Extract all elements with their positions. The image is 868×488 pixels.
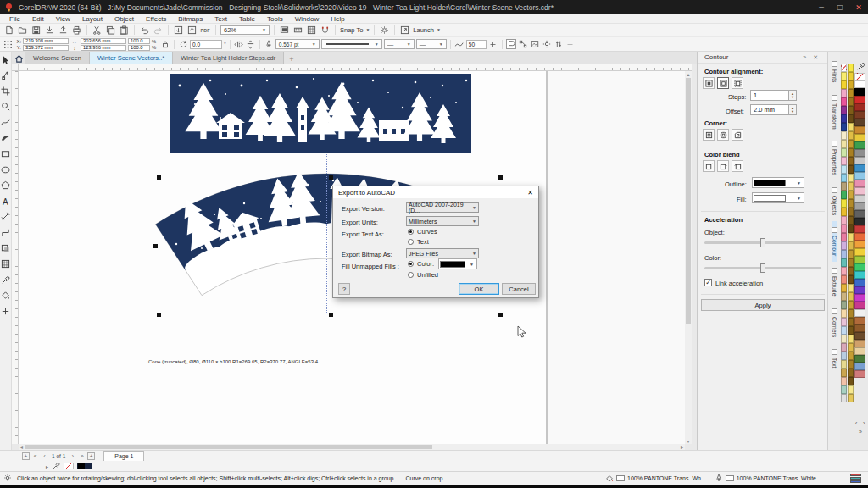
color-swatch[interactable] [841, 165, 847, 174]
horizontal-scrollbar[interactable]: ◂ ▸ [19, 444, 685, 450]
ellipse-tool[interactable] [1, 164, 11, 175]
color-swatch[interactable] [848, 80, 854, 89]
color-swatch[interactable] [841, 275, 847, 284]
color-swatch[interactable] [854, 195, 865, 202]
color-swatch[interactable] [841, 106, 847, 114]
freehand-tool[interactable] [1, 117, 11, 127]
cancel-button[interactable]: Cancel [502, 283, 536, 295]
polygon-tool[interactable] [1, 180, 11, 191]
color-swatch[interactable] [848, 89, 854, 97]
counterclockwise-blend-button[interactable] [732, 160, 743, 172]
color-swatch[interactable] [841, 241, 847, 250]
color-swatch[interactable] [848, 258, 854, 267]
new-document-icon[interactable] [3, 25, 14, 36]
docker-collapse-icon[interactable]: » ✕ [803, 54, 821, 61]
color-swatch[interactable] [854, 248, 865, 256]
color-swatch[interactable] [848, 309, 854, 318]
handles-icon[interactable] [554, 39, 564, 49]
color-accel-slider[interactable] [704, 267, 821, 269]
outside-contour-button[interactable] [732, 77, 743, 89]
shape-tool[interactable] [1, 70, 11, 80]
color-swatch[interactable] [841, 377, 847, 385]
horizontal-guideline[interactable] [25, 313, 685, 313]
palette-scroll-right-icon[interactable]: › [863, 420, 865, 426]
mirror-vertical-icon[interactable] [246, 39, 256, 49]
color-swatch[interactable] [841, 216, 847, 225]
x-position-field[interactable]: 219.308 mm [23, 38, 69, 44]
color-swatch[interactable] [854, 164, 865, 172]
offset-spinner[interactable]: ▲▼ [789, 104, 797, 115]
scale-h-field[interactable]: 100.0 [128, 38, 150, 44]
color-swatch[interactable] [848, 199, 854, 208]
color-swatch[interactable] [854, 157, 865, 164]
text-wrap-icon[interactable] [506, 39, 516, 49]
color-swatch[interactable] [854, 225, 865, 233]
color-swatch[interactable] [848, 131, 854, 140]
connector-tool[interactable] [1, 228, 11, 238]
color-swatch[interactable] [841, 80, 847, 89]
effects-icon[interactable] [542, 39, 552, 49]
zoom-level-combo[interactable]: 62%▼ [220, 25, 270, 35]
copy-icon[interactable] [105, 25, 116, 36]
color-swatch[interactable] [841, 284, 847, 292]
snap-guides-icon[interactable] [320, 25, 331, 36]
color-swatch[interactable] [848, 165, 854, 174]
object-accel-slider[interactable] [704, 241, 821, 244]
options-gear-icon[interactable] [379, 25, 390, 36]
selection-handle[interactable] [329, 313, 333, 317]
publish-icon[interactable] [186, 25, 198, 36]
page-1-tab[interactable]: Page 1 [103, 451, 144, 461]
palette-expand-icon[interactable]: » [859, 429, 862, 435]
color-swatch[interactable] [841, 131, 847, 140]
add-icon[interactable] [488, 39, 498, 49]
last-page-icon[interactable]: » [78, 453, 86, 459]
color-swatch[interactable] [848, 275, 854, 284]
redo-icon[interactable] [153, 25, 164, 36]
color-swatch[interactable] [848, 225, 854, 233]
color-swatch[interactable] [854, 363, 865, 370]
ok-button[interactable]: OK [459, 283, 499, 295]
color-swatch[interactable] [848, 292, 854, 301]
color-swatch[interactable] [841, 225, 847, 233]
color-swatch[interactable] [854, 80, 865, 88]
menu-effects[interactable]: Effects [140, 15, 172, 23]
color-swatch[interactable] [854, 294, 865, 302]
minimize-button[interactable]: ─ [812, 0, 831, 14]
color-swatch[interactable] [854, 271, 865, 279]
import-icon[interactable] [44, 25, 55, 36]
fullscreen-preview-icon[interactable] [279, 25, 290, 36]
color-swatch[interactable] [841, 343, 847, 352]
linear-blend-button[interactable] [703, 160, 715, 172]
menu-bitmaps[interactable]: Bitmaps [172, 15, 209, 23]
color-swatch[interactable] [854, 103, 865, 111]
rotation-angle-field[interactable]: 0.0 [190, 40, 222, 49]
color-swatch[interactable] [848, 385, 854, 394]
color-swatch[interactable] [848, 123, 854, 131]
launch-icon[interactable] [399, 25, 410, 36]
document-tab-3[interactable]: Winter Tea Light Holder Steps.cdr [173, 52, 284, 64]
palette-status-icon[interactable] [850, 474, 861, 483]
color-swatch[interactable] [841, 385, 847, 394]
document-tab-2[interactable]: Winter Scene Vectors..* [90, 52, 173, 64]
color-swatch[interactable] [848, 64, 854, 72]
steps-field[interactable]: 1 [750, 90, 789, 101]
menu-tools[interactable]: Tools [261, 15, 289, 23]
menu-object[interactable]: Object [108, 15, 140, 23]
color-swatch[interactable] [841, 352, 847, 360]
docker-tab-properties[interactable]: Properties [832, 135, 837, 181]
color-swatch[interactable] [841, 267, 847, 275]
color-swatch[interactable] [848, 114, 854, 123]
curves-radio[interactable] [408, 229, 414, 235]
launch-arrow-icon[interactable]: ▼ [437, 27, 441, 32]
scale-v-field[interactable]: 100.0 [128, 45, 150, 51]
color-swatch[interactable] [841, 174, 847, 182]
selection-handle[interactable] [153, 244, 158, 248]
bevel-corner-button[interactable] [732, 129, 743, 141]
selection-handle[interactable] [498, 175, 503, 180]
color-swatch[interactable] [848, 326, 854, 335]
color-swatch[interactable] [848, 241, 854, 250]
color-swatch[interactable] [841, 89, 847, 97]
color-swatch[interactable] [848, 97, 854, 106]
to-center-button[interactable] [703, 77, 715, 89]
color-swatch[interactable] [854, 134, 865, 141]
